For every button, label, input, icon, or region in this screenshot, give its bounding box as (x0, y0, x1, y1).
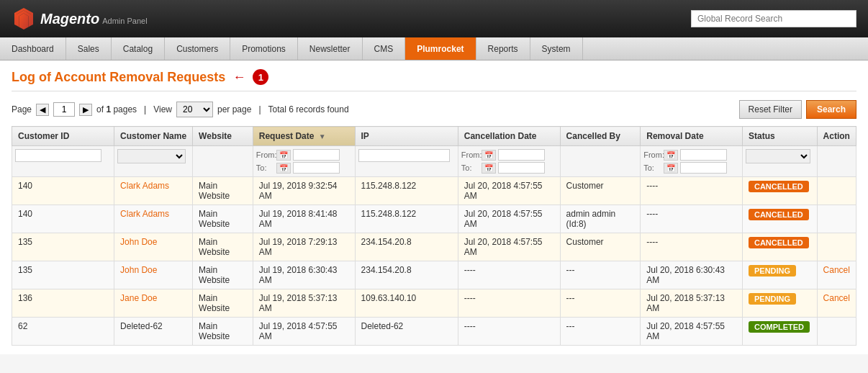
cell-action (817, 177, 856, 205)
cancellation-date-to-cal[interactable]: 📅 (482, 163, 496, 174)
global-search-input[interactable] (691, 10, 856, 27)
filter-request-date: From: 📅 To: 📅 (253, 146, 355, 177)
filter-website (193, 146, 253, 177)
table-row: 135 John Doe Main Website Jul 19, 2018 7… (12, 233, 856, 261)
cancellation-date-to-input[interactable] (498, 162, 545, 174)
global-search[interactable] (691, 10, 856, 27)
cancellation-date-from-cal[interactable]: 📅 (482, 150, 496, 161)
table-row: 140 Clark Adams Main Website Jul 19, 201… (12, 205, 856, 233)
nav-item-reports[interactable]: Reports (476, 37, 530, 60)
per-page-select[interactable]: 20 50 100 (176, 102, 213, 117)
search-button[interactable]: Search (806, 100, 856, 119)
cell-ip: 115.248.8.122 (355, 205, 458, 233)
page-number-input[interactable] (53, 102, 75, 117)
separator-1: | (144, 104, 146, 114)
col-removal-date: Removal Date (641, 127, 743, 146)
pagination-bar: Page ◀ ▶ of 1 pages | View 20 50 100 per… (12, 100, 856, 119)
col-request-date[interactable]: Request Date ▼ (253, 127, 355, 146)
cell-customer-name: Jane Doe (114, 289, 193, 318)
view-label: View (153, 104, 172, 114)
nav-item-sales[interactable]: Sales (66, 37, 112, 60)
cell-request-date: Jul 19, 2018 9:32:54 AM (253, 177, 355, 205)
cancel-from-label: From: (461, 150, 479, 159)
reset-filter-button[interactable]: Reset Filter (739, 100, 802, 119)
cell-cancelled-by: --- (560, 318, 641, 346)
cancel-action-link[interactable]: Cancel (823, 265, 850, 275)
customer-name-link[interactable]: John Doe (120, 265, 157, 275)
cancel-action-link[interactable]: Cancel (823, 293, 850, 303)
cell-status: PENDING (742, 289, 817, 318)
filter-removal-date: From: 📅 To: 📅 (641, 146, 743, 177)
cell-status: CANCELLED (742, 177, 817, 205)
status-badge: PENDING (749, 293, 796, 305)
nav-item-catalog[interactable]: Catalog (112, 37, 165, 60)
cell-website: Main Website (193, 205, 253, 233)
cell-website: Main Website (193, 289, 253, 318)
cell-request-date: Jul 19, 2018 6:30:43 AM (253, 261, 355, 289)
request-date-to-cal[interactable]: 📅 (276, 163, 291, 174)
cell-customer-name: Clark Adams (114, 177, 193, 205)
col-cancellation-date: Cancellation Date (458, 127, 560, 146)
next-page-button[interactable]: ▶ (79, 104, 92, 116)
cell-cancelled-by: admin admin (Id:8) (560, 205, 641, 233)
nav-item-cms[interactable]: CMS (363, 37, 406, 60)
cell-status: PENDING (742, 261, 817, 289)
nav-item-promotions[interactable]: Promotions (230, 37, 298, 60)
cell-action: Cancel (817, 261, 856, 289)
nav-item-customers[interactable]: Customers (165, 37, 230, 60)
cell-cancelled-by: Customer (560, 233, 641, 261)
status-badge: COMPLETED (749, 321, 810, 333)
filter-cancelled-by (560, 146, 641, 177)
customer-name-link[interactable]: Jane Doe (120, 293, 157, 303)
cell-cancelled-by: --- (560, 289, 641, 318)
customer-name-link[interactable]: Clark Adams (120, 181, 169, 191)
removal-to-label: To: (643, 163, 661, 172)
data-table: Customer ID Customer Name Website Reques… (12, 126, 856, 346)
logo-brand: Magento (40, 11, 99, 27)
removal-date-to-cal[interactable]: 📅 (664, 163, 678, 174)
filter-ip-input[interactable] (358, 149, 451, 162)
table-header-row: Customer ID Customer Name Website Reques… (12, 127, 856, 146)
cancellation-date-from-input[interactable] (498, 149, 545, 161)
magento-logo-icon (12, 6, 36, 31)
request-date-from-input[interactable] (293, 149, 340, 161)
col-ip: IP (355, 127, 458, 146)
request-date-to-input[interactable] (293, 162, 340, 174)
filter-customer-id-input[interactable] (15, 149, 101, 162)
table-body: 140 Clark Adams Main Website Jul 19, 201… (12, 177, 856, 346)
filter-status-select[interactable]: CANCELLED PENDING COMPLETED (746, 149, 810, 163)
cell-cancellation-date: ---- (458, 318, 560, 346)
col-status: Status (742, 127, 817, 146)
logo-subtitle: Admin Panel (102, 17, 147, 25)
cell-removal-date: ---- (641, 205, 743, 233)
nav-item-newsletter[interactable]: Newsletter (298, 37, 363, 60)
cell-customer-name: John Doe (114, 233, 193, 261)
table-row: 136 Jane Doe Main Website Jul 19, 2018 5… (12, 289, 856, 318)
cell-customer-name: John Doe (114, 261, 193, 289)
nav-item-system[interactable]: System (530, 37, 583, 60)
separator-2: | (258, 104, 261, 114)
cell-customer-id: 135 (12, 261, 114, 289)
cell-status: COMPLETED (742, 318, 817, 346)
table-row: 140 Clark Adams Main Website Jul 19, 201… (12, 177, 856, 205)
nav-item-dashboard[interactable]: Dashboard (0, 37, 66, 60)
removal-date-from-input[interactable] (680, 149, 727, 161)
filter-customer-name-select[interactable] (117, 149, 186, 163)
customer-name-link[interactable]: Clark Adams (120, 209, 169, 219)
request-date-from-cal[interactable]: 📅 (276, 150, 291, 161)
main-content: Log of Account Removal Requests ← 1 Page… (0, 60, 868, 354)
prev-page-button[interactable]: ◀ (36, 104, 49, 116)
total-records: Total 6 records found (268, 104, 349, 114)
nav-item-plumrocket[interactable]: Plumrocket (405, 37, 476, 60)
customer-name-link[interactable]: John Doe (120, 237, 157, 247)
table-row: 62 Deleted-62 Main Website Jul 19, 2018 … (12, 318, 856, 346)
step-badge: 1 (253, 69, 268, 85)
cell-cancellation-date: ---- (458, 289, 560, 318)
cell-ip: 234.154.20.8 (355, 233, 458, 261)
col-customer-name: Customer Name (114, 127, 193, 146)
status-badge: CANCELLED (749, 181, 809, 192)
removal-date-from-cal[interactable]: 📅 (664, 150, 678, 161)
per-page-label: per page (217, 104, 251, 114)
removal-date-to-input[interactable] (680, 162, 727, 174)
table-row: 135 John Doe Main Website Jul 19, 2018 6… (12, 261, 856, 289)
